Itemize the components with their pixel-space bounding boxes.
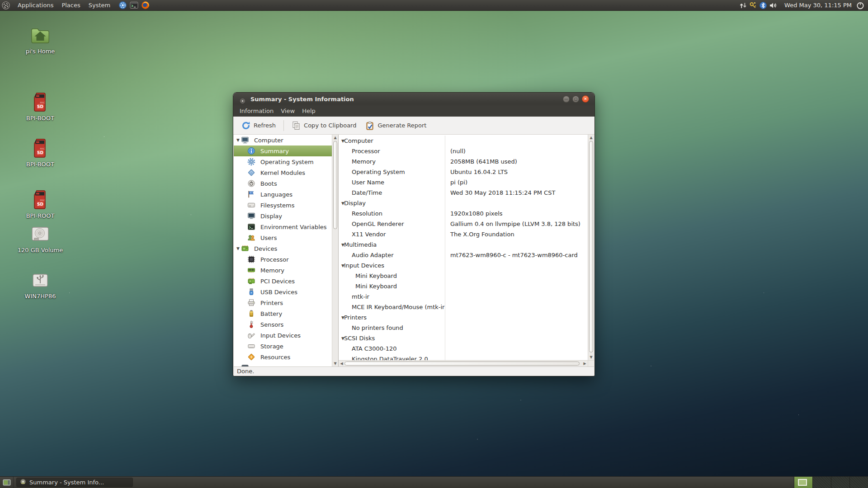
- detail-kingston-datatraveler-2-0[interactable]: Kingston DataTraveler 2.0: [339, 354, 588, 360]
- detail-opengl-renderer[interactable]: OpenGL RendererGallium 0.4 on llvmpipe (…: [339, 219, 588, 229]
- sidebar-item-languages[interactable]: Languages: [234, 189, 332, 200]
- detail-mini-keyboard[interactable]: Mini Keyboard: [339, 281, 588, 291]
- taskbar-window-button[interactable]: Summary - System Info...: [16, 478, 133, 487]
- scroll-up-icon[interactable]: ▲: [588, 135, 594, 141]
- desktop-icon-bpi-boot[interactable]: MACSDBPI-BOOT: [8, 90, 72, 122]
- sidebar-item-filesystems[interactable]: Filesystems: [234, 200, 332, 211]
- titlebar[interactable]: Summary - System Information — ◻ ✕: [233, 93, 594, 105]
- details-hscroll-thumb[interactable]: [344, 361, 580, 366]
- details-vscroll-thumb[interactable]: [589, 141, 593, 352]
- workspace-3[interactable]: [831, 477, 849, 488]
- sidebar-item-display[interactable]: Display: [234, 211, 332, 221]
- panel-menu-applications[interactable]: Applications: [14, 0, 57, 11]
- workspace-1[interactable]: [794, 477, 812, 488]
- sidebar-item-memory[interactable]: Memory: [234, 265, 332, 276]
- detail-key: mtk-ir: [339, 293, 445, 300]
- show-desktop-icon[interactable]: [0, 477, 14, 488]
- detail-x11-vendor[interactable]: X11 VendorThe X.Org Foundation: [339, 229, 588, 239]
- copy-to-clipboard-button[interactable]: Copy to Clipboard: [287, 118, 361, 133]
- sidebar-item-kernel-modules[interactable]: Kernel Modules: [234, 167, 332, 178]
- sidebar-item-partial[interactable]: [234, 362, 332, 366]
- sidebar-item-computer[interactable]: ▼Computer: [234, 135, 332, 145]
- power-icon[interactable]: [856, 1, 864, 9]
- detail-user-name[interactable]: User Namepi (pi): [339, 177, 588, 188]
- sidebar-item-users[interactable]: Users: [234, 232, 332, 243]
- firefox-launcher[interactable]: [141, 1, 150, 9]
- section-triangle-icon[interactable]: ▼: [339, 336, 344, 341]
- section-scsi-disks[interactable]: ▼SCSI Disks: [339, 333, 588, 343]
- browser-launcher[interactable]: [118, 1, 127, 9]
- scroll-up-icon[interactable]: ▲: [332, 135, 338, 141]
- section-display[interactable]: ▼Display: [339, 198, 588, 208]
- sidebar-item-environment-variables[interactable]: Environment Variables: [234, 221, 332, 232]
- panel-menu-places[interactable]: Places: [57, 0, 84, 11]
- generate-report-button[interactable]: Generate Report: [361, 118, 431, 133]
- detail-mce-ir-keyboard-mouse-mtk-ir-[interactable]: MCE IR Keyboard/Mouse (mtk-ir): [339, 302, 588, 312]
- network-arrows-icon[interactable]: [739, 1, 747, 9]
- expander-triangle-icon[interactable]: ▼: [234, 138, 241, 142]
- section-triangle-icon[interactable]: ▼: [339, 201, 344, 206]
- distro-logo-icon[interactable]: [2, 1, 10, 9]
- section-computer[interactable]: ▼Computer: [339, 136, 588, 146]
- sidebar-item-sensors[interactable]: Sensors: [234, 319, 332, 330]
- details-vscrollbar[interactable]: ▲ ▼: [588, 135, 594, 360]
- section-input-devices[interactable]: ▼Input Devices: [339, 260, 588, 271]
- sidebar-item-summary[interactable]: Summary: [234, 145, 332, 156]
- detail-memory[interactable]: Memory2058MB (641MB used): [339, 156, 588, 167]
- desktop-icon-win7hp86[interactable]: WIN7HP86: [8, 268, 72, 300]
- section-multimedia[interactable]: ▼Multimedia: [339, 239, 588, 250]
- sidebar-scrollbar[interactable]: ▲ ▼: [332, 135, 338, 366]
- menu-information[interactable]: Information: [236, 105, 277, 117]
- scroll-left-icon[interactable]: ◀: [339, 361, 344, 366]
- sidebar-item-usb-devices[interactable]: USB Devices: [234, 286, 332, 297]
- sidebar-item-devices[interactable]: ▼Devices: [234, 243, 332, 254]
- bluetooth-icon[interactable]: [759, 1, 767, 9]
- sidebar-item-input-devices[interactable]: Input Devices: [234, 330, 332, 341]
- panel-menu-system[interactable]: System: [85, 0, 114, 11]
- section-triangle-icon[interactable]: ▼: [339, 139, 344, 143]
- desktop-icon-120-gb-volume[interactable]: 120 GB Volume: [8, 222, 72, 253]
- menu-view[interactable]: View: [277, 105, 298, 117]
- scroll-down-icon[interactable]: ▼: [588, 354, 594, 360]
- scroll-right-icon[interactable]: ▶: [582, 361, 588, 366]
- sidebar-item-battery[interactable]: Battery: [234, 308, 332, 319]
- refresh-button[interactable]: Refresh: [237, 118, 280, 133]
- keyring-icon[interactable]: [749, 1, 757, 9]
- detail-resolution[interactable]: Resolution1920x1080 pixels: [339, 208, 588, 219]
- close-button[interactable]: ✕: [582, 95, 589, 103]
- sidebar-item-resources[interactable]: Resources: [234, 352, 332, 362]
- detail-processor[interactable]: Processor(null): [339, 146, 588, 156]
- desktop-icon-bpi-root[interactable]: MACSDBPI-ROOT: [8, 188, 72, 219]
- sidebar-item-printers[interactable]: Printers: [234, 297, 332, 308]
- desktop-icon-pi-s-home[interactable]: pi's Home: [8, 23, 72, 55]
- menu-help[interactable]: Help: [298, 105, 319, 117]
- sidebar-item-pci-devices[interactable]: PCI Devices: [234, 276, 332, 286]
- panel-clock[interactable]: Wed May 30, 11:15 PM: [784, 2, 852, 9]
- desktop-icon-bpi-boot[interactable]: MACSDBPI-BOOT: [8, 136, 72, 168]
- sidebar-item-storage[interactable]: Storage: [234, 341, 332, 352]
- details-hscrollbar[interactable]: ◀ ▶: [339, 360, 588, 366]
- workspace-4[interactable]: [849, 477, 868, 488]
- expander-triangle-icon[interactable]: ▼: [234, 246, 241, 251]
- volume-icon[interactable]: [769, 1, 777, 9]
- detail-mini-keyboard[interactable]: Mini Keyboard: [339, 271, 588, 281]
- section-triangle-icon[interactable]: ▼: [339, 243, 344, 247]
- detail-ata-c3000-120[interactable]: ATA C3000-120: [339, 343, 588, 354]
- section-triangle-icon[interactable]: ▼: [339, 315, 344, 320]
- sidebar-item-processor[interactable]: Processor: [234, 254, 332, 265]
- detail-no-printers-found[interactable]: No printers found: [339, 323, 588, 333]
- detail-mtk-ir[interactable]: mtk-ir: [339, 291, 588, 302]
- detail-operating-system[interactable]: Operating SystemUbuntu 16.04.2 LTS: [339, 167, 588, 177]
- sidebar-item-boots[interactable]: Boots: [234, 178, 332, 189]
- terminal-launcher[interactable]: [130, 1, 138, 9]
- detail-date-time[interactable]: Date/TimeWed 30 May 2018 11:15:24 PM CST: [339, 188, 588, 198]
- sidebar-item-operating-system[interactable]: Operating System: [234, 156, 332, 167]
- section-printers[interactable]: ▼Printers: [339, 312, 588, 323]
- detail-audio-adapter[interactable]: Audio Adaptermt7623-wm8960-c - mt7623-wm…: [339, 250, 588, 260]
- section-triangle-icon[interactable]: ▼: [339, 263, 344, 268]
- minimize-button[interactable]: —: [563, 96, 570, 103]
- scroll-down-icon[interactable]: ▼: [332, 361, 338, 366]
- maximize-button[interactable]: ◻: [572, 96, 579, 103]
- sidebar-scroll-thumb[interactable]: [333, 141, 337, 229]
- workspace-2[interactable]: [812, 477, 831, 488]
